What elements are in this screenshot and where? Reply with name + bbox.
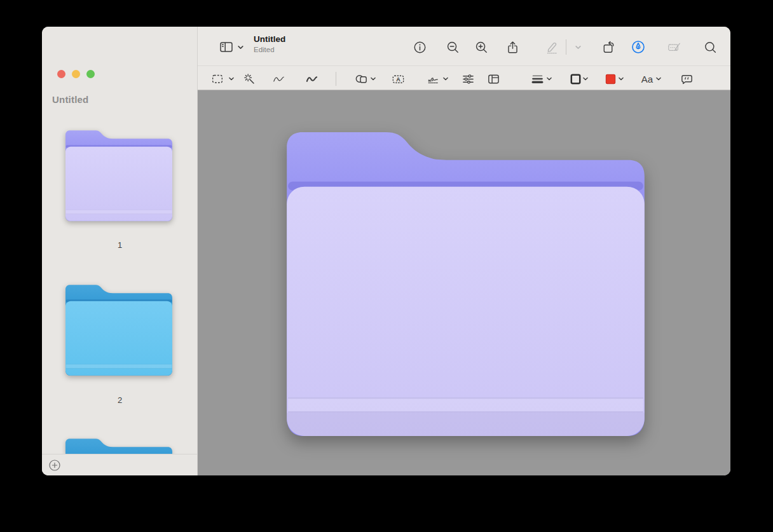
annotate-bubble-button[interactable] [676,69,697,89]
border-color-chevron-button[interactable] [581,69,590,89]
text-box-button[interactable]: A [388,69,408,89]
blue-folder-thumbnail-image [65,439,172,454]
fill-color-icon [603,72,618,86]
chevron-down-icon [228,75,235,83]
plus-circle-icon [49,460,60,471]
sign-options-button[interactable] [441,69,450,89]
document-canvas[interactable] [198,90,730,475]
chevron-down-icon [236,43,245,51]
page-number-label-2: 2 [42,395,198,405]
adjust-color-icon [461,72,475,86]
sketch-button[interactable] [268,69,289,89]
purple-folder-thumbnail-image [65,130,172,221]
add-page-button[interactable] [49,460,60,471]
instant-alpha-button[interactable] [239,69,259,89]
highlight-options-button[interactable] [573,37,582,57]
window-title-block: Untitled Edited [254,34,285,54]
shapes-options-button[interactable] [369,69,378,89]
window-title: Untitled [254,34,285,45]
zoom-in-icon [474,40,489,55]
zoom-in-button[interactable] [471,37,491,57]
selection-tool-icon [210,72,224,86]
share-icon [505,40,520,55]
page-number-label-1: 1 [42,240,198,250]
chevron-down-icon [574,43,582,51]
annotate-bubble-icon [680,72,694,86]
selection-options-button[interactable] [227,69,236,89]
chevron-down-icon [655,75,662,83]
view-options-button[interactable] [236,37,245,57]
fill-form-icon [667,39,682,55]
selection-tool-button[interactable] [207,69,228,89]
sidebar-toggle-button[interactable] [216,37,236,57]
rotate-left-icon [601,40,616,55]
shape-style-icon [530,72,545,86]
markup-toolbar-row: A [198,65,730,90]
zoom-out-button[interactable] [442,37,463,57]
draw-button[interactable] [301,69,322,89]
chevron-down-icon [442,75,449,83]
shapes-icon [354,72,369,86]
crop-frame-button[interactable] [483,69,503,89]
info-button[interactable] [409,37,430,57]
chevron-down-icon [369,75,377,83]
window-subtitle: Edited [254,45,285,54]
toolbar-separator [336,72,336,86]
toolbar-separator [566,39,566,55]
sidebar-document-title: Untitled [52,94,88,105]
search-icon [703,40,718,55]
markup-toolbar-toggle-button[interactable] [628,37,648,57]
minimize-window-button[interactable] [72,70,80,78]
crop-frame-icon [486,72,501,86]
highlight-pencil-icon [545,40,559,55]
sign-button[interactable] [423,69,443,89]
blue-folder-thumbnail-image [65,285,172,376]
text-box-letter: A [396,76,400,83]
rotate-left-button[interactable] [598,37,619,57]
close-window-button[interactable] [57,70,65,78]
page-thumbnail-2[interactable] [65,285,172,376]
sidebar-toggle-icon [219,39,234,55]
page-thumbnail-1[interactable] [65,130,172,221]
shape-style-chevron-button[interactable] [545,69,554,89]
text-box-icon: A [391,72,406,86]
chevron-down-icon [582,75,589,83]
fill-form-button[interactable] [664,37,685,57]
title-toolbar-row: Untitled Edited [198,27,730,65]
markup-toolbar-toggle-icon [631,39,646,55]
page-thumbnail-3-partial[interactable] [65,439,172,454]
sign-icon [426,72,441,86]
text-style-chevron-button[interactable] [654,69,663,89]
folder-image-page[interactable] [286,132,645,436]
highlight-pencil-button[interactable] [542,37,562,57]
toolbar: Untitled Edited [198,27,730,90]
draw-icon [304,72,319,86]
purple-folder-image [286,132,645,436]
instant-alpha-icon [242,72,256,86]
chevron-down-icon [617,75,625,83]
search-button[interactable] [700,37,720,57]
sidebar: Untitled 1 2 [42,27,198,475]
fill-color-chevron-button[interactable] [617,69,626,89]
zoom-out-icon [446,40,460,55]
sidebar-bottom-bar [42,454,197,475]
text-style-icon: Aa [641,74,653,85]
preview-window: Untitled 1 2 [42,27,730,475]
info-icon [413,40,427,55]
zoom-window-button[interactable] [86,70,95,78]
sketch-icon [271,72,286,86]
adjust-color-button[interactable] [458,69,478,89]
share-button[interactable] [502,37,523,57]
chevron-down-icon [545,75,553,83]
